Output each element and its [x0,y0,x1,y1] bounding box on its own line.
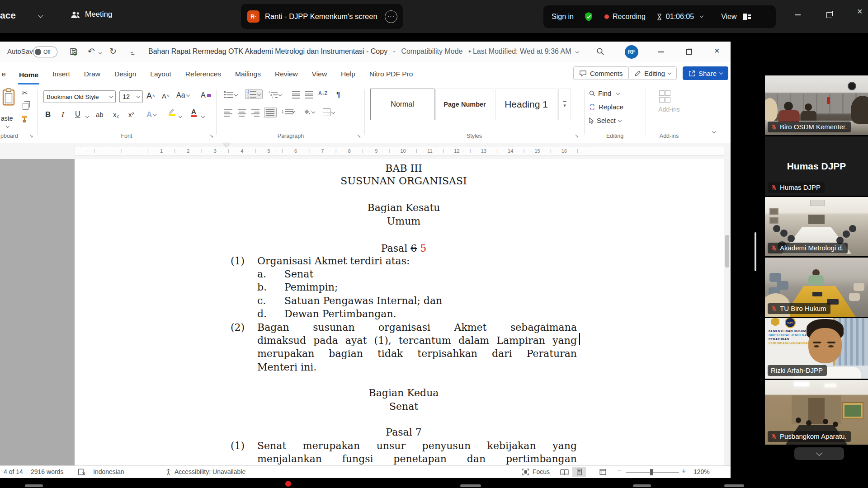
tab-view[interactable]: View [311,68,328,80]
highlight-chevron-icon[interactable] [179,114,182,118]
word-minimize-button[interactable] [658,48,664,52]
bullets-button[interactable] [224,91,237,98]
align-left-button[interactable] [224,109,232,117]
ruler-band[interactable]: ·|··|··|·1·|·2·|·3·|·4·|·5·|·6·|·7·|·8·|… [75,146,724,156]
zoom-in-button[interactable]: + [682,467,686,475]
scrollbar-thumb[interactable] [725,235,729,267]
decrease-indent-button[interactable] [292,91,298,99]
clear-formatting-button[interactable]: A [201,91,211,99]
addins-button-label[interactable]: Add-ins [647,106,691,113]
document-page[interactable]: BAB III SUSUNAN ORGANISASI Bagian Kesatu… [75,159,724,465]
font-color-chevron-icon[interactable] [201,114,205,118]
last-modified-label[interactable]: • Last Modified: Wed at 9:36 AM [468,47,571,55]
tab-references[interactable]: References [184,68,222,80]
tab-review[interactable]: Review [274,68,299,80]
pilcrow-button[interactable]: ¶ [336,90,340,99]
participant-tile-humas-djpp[interactable]: Humas DJPP Humas DJPP [765,136,868,196]
view-layout-icon[interactable] [743,14,752,20]
italic-button[interactable]: I [61,110,64,119]
comments-button[interactable]: Comments [573,66,629,80]
superscript-button[interactable]: x² [128,111,134,118]
language-indicator[interactable]: Indonesian [93,468,124,475]
style-normal[interactable]: Normal [370,89,434,120]
copy-icon[interactable] [23,103,28,110]
workspace-chevron-icon[interactable] [38,13,43,18]
numbering-button[interactable]: 123 [245,89,263,99]
borders-button[interactable] [323,108,335,116]
style-page-number[interactable]: Page Number [435,89,494,120]
tab-home[interactable]: Home [18,69,39,84]
read-mode-button[interactable] [557,467,571,477]
word-count[interactable]: 2916 words [31,468,63,475]
tab-file-partial[interactable]: e [2,70,6,78]
change-case-button[interactable]: Aa [176,91,189,99]
replace-button[interactable]: Replace [589,103,623,111]
zoom-level[interactable]: 120% [693,468,710,475]
document-canvas[interactable]: BAB III SUSUNAN ORGANISASI Bagian Kesatu… [0,159,731,465]
font-dialog-launcher[interactable]: ↘ [209,133,213,139]
window-close-button[interactable]: × [857,6,863,17]
tab-draw[interactable]: Draw [83,68,101,80]
find-button[interactable]: Find [589,89,619,97]
strikethrough-button[interactable]: ab [96,111,104,118]
highlight-button[interactable] [168,108,175,116]
tab-nitro-pdf[interactable]: Nitro PDF Pro [368,68,414,80]
underline-chevron-icon[interactable] [85,114,89,118]
save-icon[interactable] [69,47,78,56]
word-restore-button[interactable] [686,48,692,55]
font-name-select[interactable]: Bookman Old Style [43,90,116,103]
style-heading-1[interactable]: Heading 1 [495,89,557,120]
zoom-out-button[interactable]: − [617,467,622,476]
search-icon[interactable] [596,47,604,56]
print-layout-button[interactable] [572,467,586,477]
zoom-slider-thumb[interactable] [650,469,653,475]
tab-help[interactable]: Help [340,68,356,80]
paste-chevron-icon[interactable] [6,124,9,128]
quick-access-chevron-icon[interactable]: ⌄̲ [129,48,134,55]
undo-chevron-icon[interactable] [99,51,102,54]
view-button[interactable]: View [721,13,736,21]
shrink-font-button[interactable]: A˅ [162,92,170,100]
web-layout-button[interactable] [596,467,609,477]
share-button[interactable]: Share [683,66,728,80]
more-options-icon[interactable]: ··· [385,10,397,23]
word-close-button[interactable]: × [714,46,720,56]
align-center-button[interactable] [238,109,246,117]
font-color-button[interactable]: A [191,108,197,117]
increase-indent-button[interactable] [305,91,311,99]
tab-meeting[interactable]: Meeting [71,10,112,19]
participant-tile-rizki-arfah[interactable]: DJPP KEMENTERIAN HUKUM RI DIREKTORAT JEN… [765,318,868,379]
format-painter-icon[interactable] [21,115,28,123]
title-chevron-icon[interactable] [576,50,579,53]
paste-icon[interactable] [2,88,15,107]
paste-label[interactable]: aste [1,115,13,122]
clipboard-dialog-launcher[interactable]: ↘ [29,133,33,139]
subscript-button[interactable]: x₂ [113,111,119,118]
cut-icon[interactable]: ✂ [22,89,28,97]
redo-button[interactable]: ↻ [109,46,117,56]
proofing-icon[interactable] [78,469,85,475]
line-spacing-button[interactable]: ↕ [281,108,295,115]
text-effects-button[interactable]: A [146,110,156,119]
shading-button[interactable] [303,108,315,115]
page-indicator[interactable]: 4 of 14 [4,468,23,475]
autosave-toggle[interactable]: Off [33,47,57,57]
styles-gallery-more-button[interactable]: ▾ [558,89,571,120]
document-scrollbar[interactable] [724,159,731,465]
bold-button[interactable]: B [45,110,51,119]
justify-button[interactable] [264,108,277,117]
undo-button[interactable]: ↶ [88,46,95,56]
tab-layout[interactable]: Layout [149,68,172,80]
participant-tile-akademi-metrologi[interactable]: Akademi Metrologi d. [765,197,868,256]
multilevel-list-button[interactable]: 1ai [269,91,282,98]
window-restore-button[interactable] [826,10,832,18]
addins-icon[interactable] [659,90,670,103]
align-right-button[interactable] [251,109,259,117]
participant-tile-pusbangkom[interactable]: Pusbangkom Aparatu. [765,380,868,445]
font-size-select[interactable]: 12 [119,90,143,103]
collapse-ribbon-chevron-icon[interactable] [712,130,716,133]
editing-mode-button[interactable]: Editing [628,66,677,80]
participant-tile-tu-biro-hukum[interactable]: TU Biro Hukum [765,258,868,317]
window-minimize-button[interactable] [795,10,801,15]
tab-screen-share[interactable]: R- Ranti - DJPP Kemenkum's screen ··· [241,4,403,29]
